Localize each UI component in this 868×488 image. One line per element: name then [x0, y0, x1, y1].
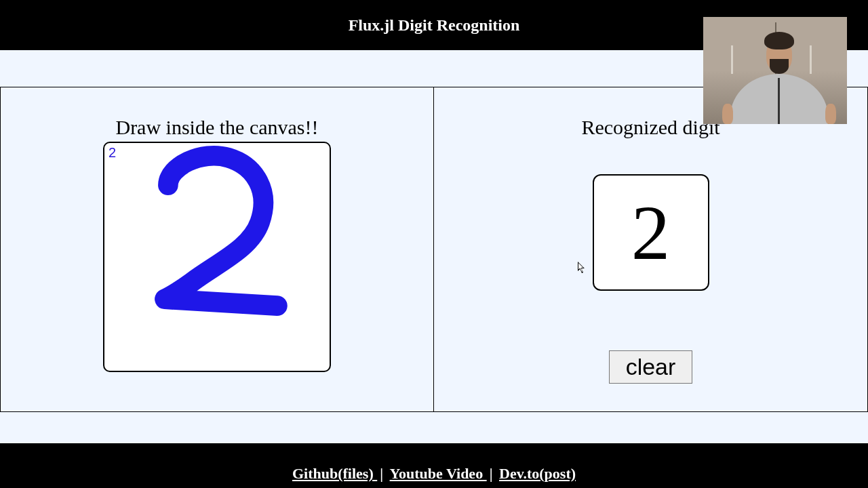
- draw-panel: Draw inside the canvas!! 2: [1, 87, 434, 411]
- predicted-digit-box: 2: [593, 174, 709, 291]
- panels-container: Draw inside the canvas!! 2 Recognized di…: [0, 87, 868, 412]
- draw-heading: Draw inside the canvas!!: [115, 116, 318, 139]
- footer-separator: |: [490, 465, 496, 482]
- clear-button[interactable]: clear: [609, 350, 693, 384]
- draw-canvas[interactable]: 2: [103, 142, 331, 372]
- footer-separator: |: [380, 465, 387, 482]
- predicted-digit: 2: [631, 194, 671, 272]
- footer-link-github[interactable]: Github(files): [292, 465, 377, 482]
- result-panel: Recognized digit 2 clear: [434, 87, 867, 411]
- footer-link-devto[interactable]: Dev.to(post): [499, 465, 576, 482]
- drawn-stroke: [104, 143, 330, 371]
- webcam-overlay: [703, 17, 847, 124]
- app-footer: Github(files) | Youtube Video | Dev.to(p…: [0, 443, 868, 488]
- result-heading: Recognized digit: [581, 116, 719, 139]
- footer-link-youtube[interactable]: Youtube Video: [390, 465, 487, 482]
- page-title: Flux.jl Digit Recognition: [349, 16, 520, 35]
